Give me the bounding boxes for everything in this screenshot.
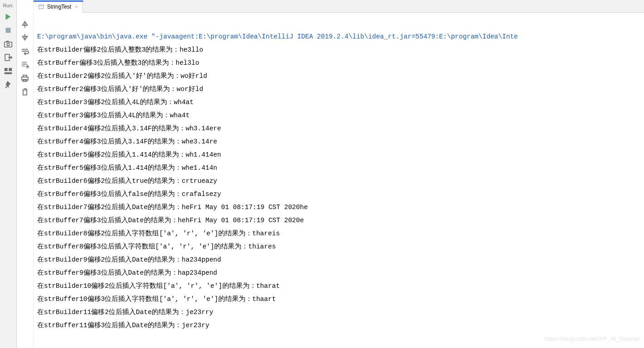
camera-icon[interactable] — [3, 39, 13, 49]
scroll-up-icon[interactable] — [20, 19, 30, 29]
rerun-icon[interactable] — [3, 12, 13, 22]
tab-stringtest[interactable]: StringTest × — [34, 1, 83, 13]
svg-point-2 — [7, 43, 10, 46]
pin-icon[interactable] — [3, 80, 13, 90]
tab-label: StringTest — [47, 4, 71, 10]
watermark: https://blog.csdn.net/YP_W_Ricardo — [545, 332, 639, 345]
console-actions-gutter — [17, 0, 34, 348]
console-command-line: E:\program\java\bin\java.exe "-javaagent… — [37, 33, 518, 40]
svg-rect-11 — [23, 75, 27, 77]
run-label: Run: — [3, 3, 13, 8]
trash-icon[interactable] — [20, 87, 30, 97]
svg-rect-3 — [6, 41, 9, 42]
layout-icon[interactable] — [3, 66, 13, 76]
scroll-down-icon[interactable] — [20, 33, 30, 43]
svg-rect-0 — [6, 28, 11, 33]
console-lines: 在strBuilder偏移2位后插入整数3的结果为：he3llo 在strBuf… — [37, 43, 640, 332]
console-output[interactable]: E:\program\java\bin\java.exe "-javaagent… — [34, 13, 644, 348]
close-icon[interactable]: × — [75, 4, 77, 10]
exit-icon[interactable] — [3, 52, 13, 62]
stop-icon[interactable] — [3, 25, 13, 35]
svg-rect-1 — [5, 42, 12, 47]
scroll-to-end-icon[interactable] — [20, 60, 30, 70]
svg-rect-13 — [39, 5, 44, 9]
run-tool-gutter: Run: — [0, 0, 17, 348]
soft-wrap-icon[interactable] — [20, 46, 30, 56]
application-icon — [38, 4, 44, 10]
svg-rect-6 — [9, 68, 12, 71]
svg-rect-7 — [5, 72, 12, 74]
print-icon[interactable] — [20, 73, 30, 83]
run-tabbar: StringTest × — [34, 0, 644, 13]
svg-rect-5 — [5, 68, 8, 71]
